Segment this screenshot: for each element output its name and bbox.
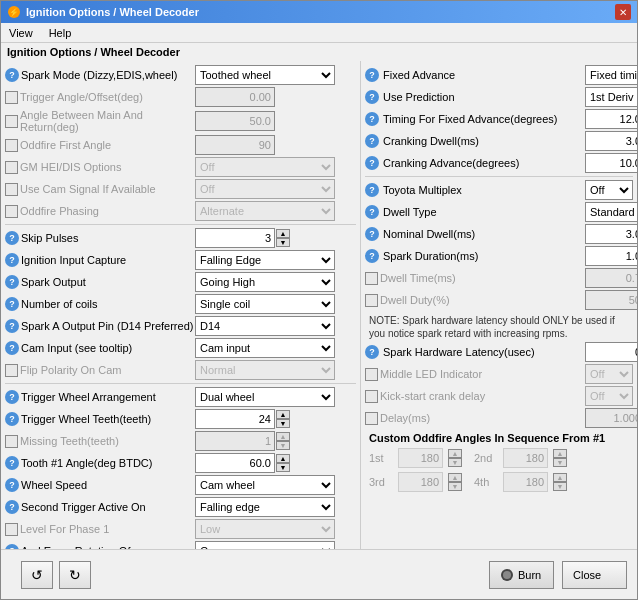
row-flip-polarity: Flip Polarity On Cam Normal [5,360,356,380]
angle-3rd-up: ▲ [448,473,462,482]
row-cranking-advance: ? Cranking Advance(degrees) ▲ ▼ [365,153,633,173]
close-button[interactable]: Close [562,561,627,589]
row-cranking-dwell: ? Cranking Dwell(ms) ▲ ▼ [365,131,633,151]
label-trigger-angle: Trigger Angle/Offset(deg) [20,91,143,103]
row-dwell-duty: Dwell Duty(%) [365,290,633,310]
label-oddfire-phasing: Oddfire Phasing [20,205,99,217]
label-spark-duration: Spark Duration(ms) [383,250,478,262]
input-trig-teeth[interactable] [195,409,275,429]
help-dwell-type[interactable]: ? [365,205,379,219]
tooth1-angle-up[interactable]: ▲ [276,454,290,463]
section-title: Ignition Options / Wheel Decoder [1,43,637,61]
help-cranking-dwell[interactable]: ? [365,134,379,148]
angle-4th-input [503,472,548,492]
right-panel: ? Fixed Advance Fixed timingUse Table ? … [361,61,637,549]
redo-button[interactable]: ↻ [59,561,91,589]
input-cranking-dwell[interactable] [585,131,637,151]
check-dwell-duty [365,294,378,307]
help-spark-output[interactable]: ? [5,275,19,289]
help-spark-latency[interactable]: ? [365,345,379,359]
tooth1-angle-down[interactable]: ▼ [276,463,290,472]
row-oddfire-first: Oddfire First Angle [5,135,356,155]
help-nominal-dwell[interactable]: ? [365,227,379,241]
select-fixed-advance[interactable]: Fixed timingUse Table [585,65,637,85]
label-angle-between: Angle Between Main And Return(deg) [20,109,195,133]
help-cranking-advance[interactable]: ? [365,156,379,170]
help-second-trigger[interactable]: ? [5,500,19,514]
help-tooth1-angle[interactable]: ? [5,456,19,470]
undo-redo-area: ↺ ↻ [21,561,91,589]
input-missing-teeth [195,431,275,451]
window-title: Ignition Options / Wheel Decoder [26,6,199,18]
help-cam-input[interactable]: ? [5,341,19,355]
select-spark-a-output[interactable]: D14D11 [195,316,335,336]
label-flip-polarity: Flip Polarity On Cam [20,364,121,376]
select-cam-input[interactable]: Cam inputOff [195,338,335,358]
row-cam-input: ? Cam Input (see tooltip) Cam inputOff [5,338,356,358]
help-skip-pulses[interactable]: ? [5,231,19,245]
label-cam-signal: Use Cam Signal If Available [20,183,156,195]
select-input-capture[interactable]: Falling EdgeRising Edge [195,250,335,270]
select-toyota-multiplex[interactable]: OffOn [585,180,633,200]
label-trig-wheel-arr: Trigger Wheel Arrangement [21,391,156,403]
input-nominal-dwell[interactable] [585,224,637,244]
select-spark-output[interactable]: Going HighGoing Low [195,272,335,292]
select-num-coils[interactable]: Single coilWasted sparkSequential [195,294,335,314]
skip-pulses-up[interactable]: ▲ [276,229,290,238]
angle-3rd-input [398,472,443,492]
input-tooth1-angle[interactable] [195,453,275,473]
menu-view[interactable]: View [5,26,37,40]
svg-text:⚡: ⚡ [9,7,19,17]
select-trig-wheel-arr[interactable]: Dual wheelSingle wheel [195,387,335,407]
input-cranking-advance[interactable] [585,153,637,173]
input-timing-fixed[interactable] [585,109,637,129]
skip-pulses-down[interactable]: ▼ [276,238,290,247]
label-middle-led: Middle LED Indicator [380,368,482,380]
select-every-rotation[interactable]: CamCrank [195,541,335,549]
burn-button[interactable]: Burn [489,561,554,589]
help-spark-mode[interactable]: ? [5,68,19,82]
select-spark-mode[interactable]: Toothed wheelDual wheelSingle tooth [195,65,335,85]
menu-help[interactable]: Help [45,26,76,40]
angle-2nd-input [503,448,548,468]
trig-teeth-down[interactable]: ▼ [276,419,290,428]
help-input-capture[interactable]: ? [5,253,19,267]
row-gm-hei: GM HEI/DIS Options Off [5,157,356,177]
input-angle-between [195,111,275,131]
select-second-trigger[interactable]: Falling edgeRising edgeFalling [195,497,335,517]
main-window: ⚡ Ignition Options / Wheel Decoder ✕ Vie… [0,0,638,600]
undo-button[interactable]: ↺ [21,561,53,589]
bottom-bar: ↺ ↻ Burn Close [1,549,637,599]
help-spark-duration[interactable]: ? [365,249,379,263]
select-dwell-type[interactable]: Standard DwellFixed duty [585,202,637,222]
row-nominal-dwell: ? Nominal Dwell(ms) ▲ ▼ [365,224,633,244]
svg-point-3 [503,571,511,579]
help-fixed-advance[interactable]: ? [365,68,379,82]
help-toyota-multiplex[interactable]: ? [365,183,379,197]
label-trig-teeth: Trigger Wheel Teeth(teeth) [21,413,151,425]
help-spark-a-output[interactable]: ? [5,319,19,333]
input-spark-latency[interactable] [585,342,637,362]
select-use-prediction[interactable]: 1st Deriv PredictionNone [585,87,637,107]
input-skip-pulses[interactable] [195,228,275,248]
help-trig-teeth[interactable]: ? [5,412,19,426]
trig-teeth-up[interactable]: ▲ [276,410,290,419]
label-gm-hei: GM HEI/DIS Options [20,161,121,173]
help-use-prediction[interactable]: ? [365,90,379,104]
title-bar-left: ⚡ Ignition Options / Wheel Decoder [7,5,199,19]
select-flip-polarity: Normal [195,360,335,380]
angle-4th-label: 4th [474,476,499,488]
help-num-coils[interactable]: ? [5,297,19,311]
row-spark-output: ? Spark Output Going HighGoing Low [5,272,356,292]
help-timing-fixed[interactable]: ? [365,112,379,126]
select-cam-signal: Off [195,179,335,199]
spinner-skip-pulses: ▲ ▼ [195,228,290,248]
angle-2nd-label: 2nd [474,452,499,464]
close-window-button[interactable]: ✕ [615,4,631,20]
select-gm-hei: Off [195,157,335,177]
select-wheel-speed[interactable]: Cam wheelCrank wheel [195,475,335,495]
label-spark-latency: Spark Hardware Latency(usec) [383,346,535,358]
input-spark-duration[interactable] [585,246,637,266]
help-wheel-speed[interactable]: ? [5,478,19,492]
help-trig-wheel-arr[interactable]: ? [5,390,19,404]
